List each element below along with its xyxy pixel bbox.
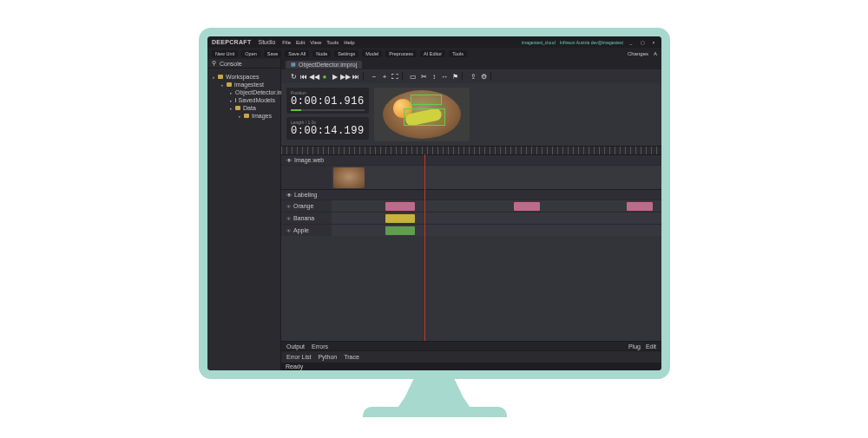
label-track-orange[interactable]: Orange: [281, 199, 661, 212]
timeline: Image.web Labeling Orange Banana: [281, 154, 661, 341]
playback-toolbar: ↻ ⏮ ◀◀ ● ▶ ▶▶ ⏭ − + ⛶ ▭ ✂ ↕ ↔ ⚑ ⇪: [281, 69, 661, 83]
tbtn-node[interactable]: Node: [312, 50, 331, 57]
loop-icon[interactable]: ↻: [289, 72, 298, 81]
length-value: 0:00:14.199: [291, 125, 365, 137]
length-readout: Length / 1.0x 0:00:14.199: [286, 117, 369, 140]
label-track-banana[interactable]: Banana: [281, 212, 661, 224]
skip-end-icon[interactable]: ⏭: [352, 72, 360, 81]
section-image[interactable]: Image.web: [281, 154, 661, 165]
tab-errors[interactable]: Errors: [312, 343, 328, 350]
product: Studio: [258, 39, 275, 45]
preview-row: Position 0:00:01.916 Length / 1.0x 0:00:…: [281, 83, 661, 146]
edit-icon[interactable]: Edit: [646, 343, 656, 350]
eye-icon[interactable]: [286, 215, 291, 221]
sidebar: ⚲ Console Workspaces imagestest ObjectDe…: [207, 59, 281, 370]
tbtn-save[interactable]: Save: [264, 50, 282, 57]
bottom-tabs: Output Errors Plug Edit: [281, 341, 661, 350]
eye-icon[interactable]: [286, 227, 291, 233]
label-segment[interactable]: [385, 226, 415, 235]
tool-cut-icon[interactable]: ✂: [419, 72, 428, 81]
tool-move-icon[interactable]: ↔: [440, 72, 449, 81]
folder-icon: [227, 82, 232, 87]
detection-box: [411, 95, 442, 105]
fit-icon[interactable]: ⛶: [391, 72, 399, 81]
menu-help[interactable]: Help: [344, 40, 354, 45]
tree-root[interactable]: Workspaces: [213, 74, 275, 80]
editor-tab[interactable]: ObjectDetector.improj: [286, 61, 362, 69]
tree-item[interactable]: ObjectDetector.improj: [230, 89, 275, 95]
play-icon[interactable]: ▶: [331, 72, 339, 81]
main-panel: ObjectDetector.improj ↻ ⏮ ◀◀ ● ▶ ▶▶ ⏭ − …: [281, 59, 661, 370]
tab-bar: ObjectDetector.improj: [281, 59, 661, 69]
panel-python[interactable]: Python: [318, 354, 337, 360]
tool-marker-icon[interactable]: ⚑: [450, 72, 459, 81]
record-icon[interactable]: ●: [320, 72, 329, 81]
tbtn-model[interactable]: Model: [362, 50, 382, 57]
label-segment[interactable]: [385, 202, 415, 211]
tbtn-tools[interactable]: Tools: [449, 50, 467, 57]
search-icon[interactable]: ⚲: [212, 60, 216, 67]
brand: DEEPCRAFT: [212, 39, 251, 45]
menu-file[interactable]: File: [282, 40, 291, 45]
tree-item[interactable]: SavedModels: [230, 97, 275, 103]
toolbar-a[interactable]: A: [654, 51, 657, 56]
eye-icon[interactable]: [286, 203, 291, 209]
folder-icon: [218, 75, 223, 79]
tree-item[interactable]: imagestest: [221, 82, 275, 88]
tool-select-icon[interactable]: ▭: [409, 72, 418, 81]
folder-icon: [235, 98, 236, 102]
zoom-out-icon[interactable]: −: [370, 72, 378, 81]
label-segment[interactable]: [627, 202, 653, 211]
sidebar-title: Console: [220, 61, 242, 67]
settings-icon[interactable]: ⚙: [479, 72, 488, 81]
eye-icon[interactable]: [286, 157, 292, 163]
sidebar-header: ⚲ Console: [207, 59, 280, 69]
menu-edit[interactable]: Edit: [296, 40, 305, 45]
toolbar: New Unit Open Save Save All Node Setting…: [207, 48, 661, 59]
panel-trace[interactable]: Trace: [344, 354, 359, 360]
tree-item[interactable]: Data: [230, 105, 275, 111]
video-preview[interactable]: [374, 88, 470, 141]
window-minimize-icon[interactable]: _: [628, 39, 635, 46]
menu-tools[interactable]: Tools: [326, 40, 339, 45]
menu-bar: File Edit View Tools Help: [282, 40, 354, 45]
tbtn-aieditor[interactable]: AI Editor: [420, 50, 445, 57]
frame-thumbnail[interactable]: [333, 167, 365, 188]
tbtn-preprocess[interactable]: Preprocess: [385, 50, 417, 57]
image-track[interactable]: [281, 165, 661, 189]
user-name[interactable]: Infineon Austria dev@imagestest: [560, 40, 623, 45]
time-ruler[interactable]: [281, 146, 661, 154]
status-text: Ready: [286, 363, 303, 369]
label-track-apple[interactable]: Apple: [281, 224, 661, 236]
panel-errorlist[interactable]: Error List: [286, 354, 311, 360]
bottom-panel: Error List Python Trace: [281, 350, 661, 363]
toolbar-changes[interactable]: Changes: [628, 51, 648, 56]
section-labeling[interactable]: Labeling: [281, 189, 661, 199]
status-bar: Ready: [281, 363, 661, 370]
tbtn-open[interactable]: Open: [241, 50, 260, 57]
playhead[interactable]: [424, 154, 425, 341]
tbtn-settings[interactable]: Settings: [334, 50, 358, 57]
folder-icon: [244, 114, 249, 118]
folder-icon: [235, 106, 240, 110]
forward-icon[interactable]: ▶▶: [341, 72, 350, 81]
tbtn-saveall[interactable]: Save All: [285, 50, 309, 57]
position-value: 0:00:01.916: [291, 95, 365, 108]
position-bar[interactable]: [291, 109, 365, 111]
menu-view[interactable]: View: [310, 40, 321, 45]
label-segment[interactable]: [385, 214, 415, 223]
tab-output[interactable]: Output: [286, 343, 305, 350]
tool-link-icon[interactable]: ↕: [430, 72, 438, 81]
export-icon[interactable]: ⇪: [469, 72, 477, 81]
tbtn-new[interactable]: New Unit: [212, 50, 238, 57]
plug-icon[interactable]: Plug: [628, 343, 641, 350]
zoom-in-icon[interactable]: +: [380, 72, 389, 81]
window-maximize-icon[interactable]: ▢: [639, 39, 646, 46]
project-name[interactable]: imagestest_cloud: [522, 40, 556, 45]
tree-item[interactable]: Images: [239, 113, 275, 119]
skip-start-icon[interactable]: ⏮: [299, 72, 308, 81]
label-segment[interactable]: [514, 202, 540, 211]
window-close-icon[interactable]: ×: [650, 39, 657, 46]
rewind-icon[interactable]: ◀◀: [310, 72, 319, 81]
eye-icon[interactable]: [286, 192, 292, 198]
